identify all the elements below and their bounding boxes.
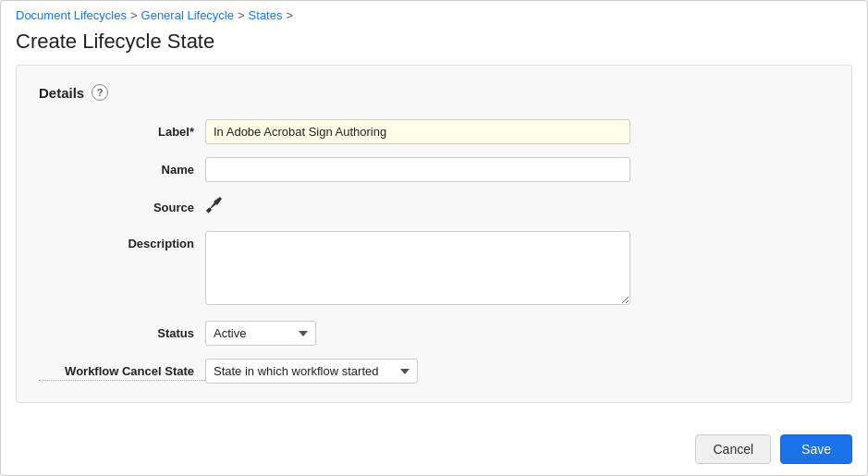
workflow-cancel-field-label: Workflow Cancel State [39, 359, 205, 381]
status-select[interactable]: Active Inactive [205, 321, 316, 346]
name-field-label: Name [39, 157, 205, 177]
breadcrumb: Document Lifecycles > General Lifecycle … [1, 1, 867, 26]
save-button[interactable]: Save [780, 434, 852, 464]
content-area: Details ? Label* Name Source [1, 65, 867, 423]
description-field-label: Description [39, 231, 205, 250]
breadcrumb-separator-2: > [238, 8, 245, 22]
name-field-container [205, 157, 829, 182]
label-input[interactable] [205, 119, 630, 144]
breadcrumb-separator-1: > [130, 8, 138, 22]
status-select-wrapper: Active Inactive [205, 321, 316, 346]
details-section: Details ? Label* Name Source [16, 65, 852, 403]
action-bar: Cancel Save [1, 423, 867, 475]
source-icon[interactable] [205, 195, 224, 217]
section-header: Details ? [39, 84, 829, 101]
workflow-cancel-select-wrapper: State in which workflow started Option 2 [205, 359, 418, 384]
name-input[interactable] [205, 157, 630, 182]
workflow-cancel-field-container: State in which workflow started Option 2 [205, 359, 829, 384]
breadcrumb-item-general-lifecycle[interactable]: General Lifecycle [141, 8, 234, 22]
form-grid: Label* Name Source [39, 119, 829, 384]
workflow-cancel-select[interactable]: State in which workflow started Option 2 [205, 359, 418, 384]
description-field-container [205, 231, 829, 308]
breadcrumb-item-document-lifecycles[interactable]: Document Lifecycles [16, 8, 127, 22]
label-field-container [205, 119, 829, 144]
source-field-container [205, 195, 829, 218]
status-field-container: Active Inactive [205, 321, 829, 346]
window: Document Lifecycles > General Lifecycle … [0, 0, 868, 476]
help-icon[interactable]: ? [92, 84, 108, 101]
source-field-label: Source [39, 195, 205, 214]
breadcrumb-item-states[interactable]: States [249, 8, 283, 22]
page-title: Create Lifecycle State [1, 26, 867, 65]
section-label: Details [39, 85, 84, 101]
cancel-button[interactable]: Cancel [695, 434, 771, 464]
status-field-label: Status [39, 321, 205, 340]
label-field-label: Label* [39, 119, 205, 139]
description-textarea[interactable] [205, 231, 630, 305]
breadcrumb-separator-3: > [286, 8, 293, 22]
